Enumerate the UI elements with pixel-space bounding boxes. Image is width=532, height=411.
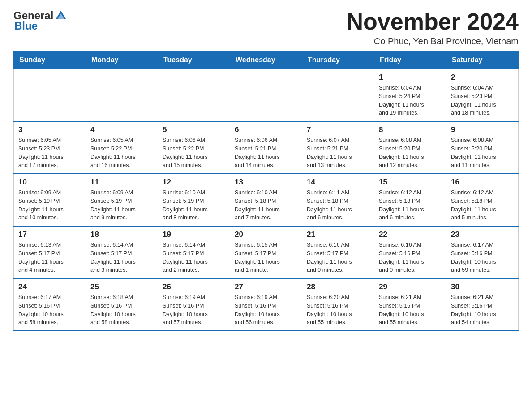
day-info: Sunrise: 6:21 AM Sunset: 5:16 PM Dayligh… <box>451 293 514 327</box>
day-info: Sunrise: 6:07 AM Sunset: 5:21 PM Dayligh… <box>307 136 369 170</box>
calendar-cell: 30Sunrise: 6:21 AM Sunset: 5:16 PM Dayli… <box>446 278 519 331</box>
calendar-header-row: SundayMondayTuesdayWednesdayThursdayFrid… <box>14 51 519 69</box>
day-number: 26 <box>163 283 225 291</box>
day-info: Sunrise: 6:05 AM Sunset: 5:22 PM Dayligh… <box>90 136 153 170</box>
day-info: Sunrise: 6:19 AM Sunset: 5:16 PM Dayligh… <box>235 293 297 327</box>
day-info: Sunrise: 6:10 AM Sunset: 5:19 PM Dayligh… <box>163 188 225 222</box>
calendar-cell: 12Sunrise: 6:10 AM Sunset: 5:19 PM Dayli… <box>158 174 230 226</box>
calendar-week-5: 24Sunrise: 6:17 AM Sunset: 5:16 PM Dayli… <box>14 278 519 331</box>
day-number: 18 <box>90 230 153 239</box>
calendar-cell: 1Sunrise: 6:04 AM Sunset: 5:24 PM Daylig… <box>374 69 446 121</box>
logo: General Blue <box>13 9 69 32</box>
day-info: Sunrise: 6:15 AM Sunset: 5:17 PM Dayligh… <box>235 241 297 274</box>
calendar-cell: 3Sunrise: 6:05 AM Sunset: 5:23 PM Daylig… <box>14 121 86 174</box>
day-info: Sunrise: 6:14 AM Sunset: 5:17 PM Dayligh… <box>163 241 225 274</box>
day-info: Sunrise: 6:04 AM Sunset: 5:24 PM Dayligh… <box>379 84 442 117</box>
calendar-cell: 5Sunrise: 6:06 AM Sunset: 5:22 PM Daylig… <box>158 121 230 174</box>
calendar-cell: 19Sunrise: 6:14 AM Sunset: 5:17 PM Dayli… <box>158 226 230 278</box>
day-number: 27 <box>235 283 297 291</box>
day-number: 11 <box>90 178 153 187</box>
day-number: 29 <box>379 283 442 291</box>
day-info: Sunrise: 6:14 AM Sunset: 5:17 PM Dayligh… <box>90 241 153 274</box>
day-number: 2 <box>451 73 514 82</box>
calendar-cell: 16Sunrise: 6:12 AM Sunset: 5:18 PM Dayli… <box>446 174 519 226</box>
day-number: 21 <box>307 230 369 239</box>
day-info: Sunrise: 6:20 AM Sunset: 5:16 PM Dayligh… <box>307 293 369 327</box>
logo-icon <box>54 9 68 22</box>
day-number: 23 <box>451 230 514 239</box>
calendar-cell: 9Sunrise: 6:08 AM Sunset: 5:20 PM Daylig… <box>446 121 519 174</box>
weekday-header-wednesday: Wednesday <box>230 51 302 69</box>
day-info: Sunrise: 6:09 AM Sunset: 5:19 PM Dayligh… <box>90 188 153 222</box>
calendar-cell: 21Sunrise: 6:16 AM Sunset: 5:17 PM Dayli… <box>302 226 374 278</box>
calendar-cell: 23Sunrise: 6:17 AM Sunset: 5:16 PM Dayli… <box>446 226 519 278</box>
calendar-cell: 18Sunrise: 6:14 AM Sunset: 5:17 PM Dayli… <box>86 226 158 278</box>
day-number: 8 <box>379 125 442 134</box>
day-info: Sunrise: 6:12 AM Sunset: 5:18 PM Dayligh… <box>451 188 514 222</box>
calendar-week-2: 3Sunrise: 6:05 AM Sunset: 5:23 PM Daylig… <box>14 121 519 174</box>
day-number: 9 <box>451 125 514 134</box>
title-block: November 2024 Co Phuc, Yen Bai Province,… <box>347 9 519 47</box>
calendar-cell: 7Sunrise: 6:07 AM Sunset: 5:21 PM Daylig… <box>302 121 374 174</box>
day-number: 28 <box>307 283 369 291</box>
day-number: 3 <box>18 125 81 134</box>
calendar-cell <box>86 69 158 121</box>
day-info: Sunrise: 6:17 AM Sunset: 5:16 PM Dayligh… <box>451 241 514 274</box>
day-info: Sunrise: 6:06 AM Sunset: 5:22 PM Dayligh… <box>163 136 225 170</box>
day-info: Sunrise: 6:12 AM Sunset: 5:18 PM Dayligh… <box>379 188 442 222</box>
calendar-cell <box>158 69 230 121</box>
logo-blue-text: Blue <box>14 20 38 32</box>
weekday-header-monday: Monday <box>86 51 158 69</box>
calendar-cell: 20Sunrise: 6:15 AM Sunset: 5:17 PM Dayli… <box>230 226 302 278</box>
calendar-cell: 29Sunrise: 6:21 AM Sunset: 5:16 PM Dayli… <box>374 278 446 331</box>
calendar-cell: 24Sunrise: 6:17 AM Sunset: 5:16 PM Dayli… <box>14 278 86 331</box>
day-info: Sunrise: 6:05 AM Sunset: 5:23 PM Dayligh… <box>18 136 81 170</box>
day-info: Sunrise: 6:16 AM Sunset: 5:16 PM Dayligh… <box>379 241 442 274</box>
day-info: Sunrise: 6:19 AM Sunset: 5:16 PM Dayligh… <box>163 293 225 327</box>
day-number: 16 <box>451 178 514 187</box>
day-number: 17 <box>18 230 81 239</box>
month-title: November 2024 <box>347 9 519 34</box>
day-number: 20 <box>235 230 297 239</box>
calendar-cell <box>230 69 302 121</box>
weekday-header-saturday: Saturday <box>446 51 519 69</box>
calendar-cell: 13Sunrise: 6:10 AM Sunset: 5:18 PM Dayli… <box>230 174 302 226</box>
calendar-cell: 2Sunrise: 6:04 AM Sunset: 5:23 PM Daylig… <box>446 69 519 121</box>
day-number: 10 <box>18 178 81 187</box>
calendar-cell: 28Sunrise: 6:20 AM Sunset: 5:16 PM Dayli… <box>302 278 374 331</box>
calendar-week-1: 1Sunrise: 6:04 AM Sunset: 5:24 PM Daylig… <box>14 69 519 121</box>
calendar-cell: 26Sunrise: 6:19 AM Sunset: 5:16 PM Dayli… <box>158 278 230 331</box>
day-info: Sunrise: 6:21 AM Sunset: 5:16 PM Dayligh… <box>379 293 442 327</box>
day-info: Sunrise: 6:13 AM Sunset: 5:17 PM Dayligh… <box>18 241 81 274</box>
day-number: 6 <box>235 125 297 134</box>
calendar-table: SundayMondayTuesdayWednesdayThursdayFrid… <box>13 51 519 331</box>
calendar-cell: 27Sunrise: 6:19 AM Sunset: 5:16 PM Dayli… <box>230 278 302 331</box>
weekday-header-friday: Friday <box>374 51 446 69</box>
calendar-cell: 6Sunrise: 6:06 AM Sunset: 5:21 PM Daylig… <box>230 121 302 174</box>
calendar-cell: 22Sunrise: 6:16 AM Sunset: 5:16 PM Dayli… <box>374 226 446 278</box>
day-info: Sunrise: 6:10 AM Sunset: 5:18 PM Dayligh… <box>235 188 297 222</box>
calendar-cell: 4Sunrise: 6:05 AM Sunset: 5:22 PM Daylig… <box>86 121 158 174</box>
weekday-header-tuesday: Tuesday <box>158 51 230 69</box>
weekday-header-thursday: Thursday <box>302 51 374 69</box>
day-number: 14 <box>307 178 369 187</box>
calendar-week-4: 17Sunrise: 6:13 AM Sunset: 5:17 PM Dayli… <box>14 226 519 278</box>
location: Co Phuc, Yen Bai Province, Vietnam <box>347 36 519 47</box>
day-number: 13 <box>235 178 297 187</box>
calendar-cell: 17Sunrise: 6:13 AM Sunset: 5:17 PM Dayli… <box>14 226 86 278</box>
day-info: Sunrise: 6:08 AM Sunset: 5:20 PM Dayligh… <box>379 136 442 170</box>
day-number: 12 <box>163 178 225 187</box>
day-number: 25 <box>90 283 153 291</box>
page-header: General Blue November 2024 Co Phuc, Yen … <box>13 9 519 47</box>
day-number: 5 <box>163 125 225 134</box>
day-info: Sunrise: 6:18 AM Sunset: 5:16 PM Dayligh… <box>90 293 153 327</box>
day-number: 1 <box>379 73 442 82</box>
weekday-header-sunday: Sunday <box>14 51 86 69</box>
calendar-cell: 25Sunrise: 6:18 AM Sunset: 5:16 PM Dayli… <box>86 278 158 331</box>
day-number: 30 <box>451 283 514 291</box>
calendar-cell: 14Sunrise: 6:11 AM Sunset: 5:18 PM Dayli… <box>302 174 374 226</box>
calendar-cell: 15Sunrise: 6:12 AM Sunset: 5:18 PM Dayli… <box>374 174 446 226</box>
day-number: 24 <box>18 283 81 291</box>
day-number: 7 <box>307 125 369 134</box>
day-info: Sunrise: 6:16 AM Sunset: 5:17 PM Dayligh… <box>307 241 369 274</box>
